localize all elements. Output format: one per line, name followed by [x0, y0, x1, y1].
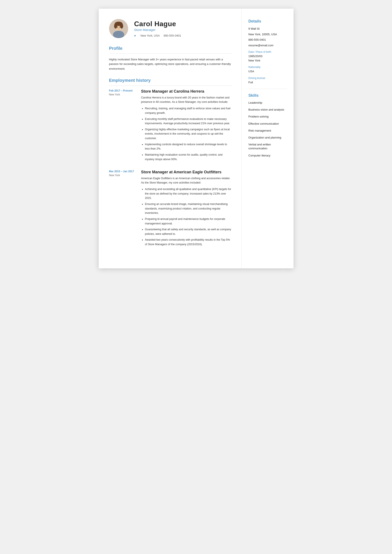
details-title: Details: [248, 19, 287, 24]
details-section: Details 9 Wall St New York, 10005, USA 8…: [248, 19, 287, 84]
profile-section: Profile Highly motivated Store Manager w…: [109, 46, 232, 71]
skill-item: Verbal and written communication: [248, 143, 287, 150]
sidebar-email: resume@email.com: [248, 43, 287, 48]
job-entry-1: Feb 2017 – Present New York Store Manage…: [109, 89, 232, 163]
bullet-item: Guaranteeing that all safety and securit…: [145, 227, 232, 236]
job-entry-2: Mar 2015 – Jan 2017 New York Store Manag…: [109, 170, 232, 248]
job-bullets-2: Achieving and exceeding all qualitative …: [141, 187, 232, 247]
dob-label: Date / Place of birth: [248, 50, 287, 54]
resume-header: Carol Hague Store Manager ● New York, US…: [109, 19, 232, 38]
skills-title: Skills: [248, 93, 287, 98]
skill-item: Business vision and analysis: [248, 108, 287, 112]
bullet-item: Recruiting, training, and managing staff…: [145, 106, 232, 115]
job-desc-2: American Eagle Outfitters is an American…: [141, 176, 232, 185]
header-phone: 890-555-0401: [164, 34, 181, 37]
driving-label: Driving license: [248, 76, 287, 80]
bullet-item: Preparing bi-annual payroll and maintena…: [145, 217, 232, 226]
skill-item: Organization and planning: [248, 136, 287, 139]
skill-item: Effective communication: [248, 122, 287, 126]
bullet-item: Executing monthly staff performance eval…: [145, 117, 232, 126]
bullet-item: Maintaining high evaluation scores for a…: [145, 152, 232, 161]
resume-document: Carol Hague Store Manager ● New York, US…: [99, 9, 294, 268]
location-icon: ●: [134, 34, 136, 37]
bullet-item: Ensuring an accurate brand image, mainta…: [145, 202, 232, 215]
bullet-item: Organizing highly effective marketing ca…: [145, 127, 232, 141]
job-desc-1: Carolina Herrera is a luxury brand with …: [141, 96, 232, 104]
employment-section-title: Employment history: [109, 78, 232, 83]
main-column: Carol Hague Store Manager ● New York, US…: [99, 9, 242, 268]
svg-point-6: [117, 27, 118, 28]
header-contact: ● New York, USA 890-555-0401: [134, 34, 232, 37]
skill-item: Problem-solving: [248, 115, 287, 118]
job-meta-1: Feb 2017 – Present New York: [109, 89, 135, 163]
header-location: New York, USA: [140, 34, 160, 37]
job-date-1: Feb 2017 – Present: [109, 89, 135, 92]
job-content-1: Store Manager at Carolina Herrera Caroli…: [141, 89, 232, 163]
skill-item: Leadership: [248, 101, 287, 105]
svg-point-7: [119, 27, 120, 28]
sidebar-phone: 890-555-0401: [248, 38, 287, 42]
profile-section-title: Profile: [109, 46, 232, 51]
job-location-1: New York: [109, 93, 135, 96]
avatar: [109, 19, 128, 38]
dob-value: 1985/20/03 New York: [248, 54, 287, 62]
job-title-1: Store Manager at Carolina Herrera: [141, 89, 232, 94]
candidate-name: Carol Hague: [134, 20, 232, 28]
job-content-2: Store Manager at American Eagle Outfitte…: [141, 170, 232, 248]
bullet-item: Implementing controls designed to reduce…: [145, 142, 232, 151]
candidate-title: Store Manager: [134, 28, 232, 32]
nationality-value: USA: [248, 69, 287, 74]
job-bullets-1: Recruiting, training, and managing staff…: [141, 106, 232, 161]
employment-divider: [109, 85, 232, 86]
profile-text: Highly motivated Store Manager with 3+ y…: [109, 57, 232, 71]
bullet-item: Achieving and exceeding all qualitative …: [145, 187, 232, 201]
header-info: Carol Hague Store Manager ● New York, US…: [134, 20, 232, 37]
svg-point-4: [114, 23, 117, 28]
driving-value: Full: [248, 80, 287, 85]
sidebar: Details 9 Wall St New York, 10005, USA 8…: [242, 9, 294, 268]
sidebar-divider: [248, 89, 287, 89]
nationality-label: Nationality: [248, 66, 287, 69]
employment-section: Employment history Feb 2017 – Present Ne…: [109, 78, 232, 248]
svg-point-5: [120, 23, 123, 28]
sidebar-city-zip: New York, 10005, USA: [248, 32, 287, 37]
skills-section: Skills Leadership Business vision and an…: [248, 93, 287, 158]
skill-item: Computer literacy: [248, 154, 287, 158]
skill-item: Risk management: [248, 129, 287, 133]
job-location-2: New York: [109, 174, 135, 177]
sidebar-address: 9 Wall St: [248, 27, 287, 31]
job-title-2: Store Manager at American Eagle Outfitte…: [141, 170, 232, 174]
bullet-item: Awarded two years consecutively with pro…: [145, 238, 232, 247]
job-date-2: Mar 2015 – Jan 2017: [109, 170, 135, 173]
job-meta-2: Mar 2015 – Jan 2017 New York: [109, 170, 135, 248]
